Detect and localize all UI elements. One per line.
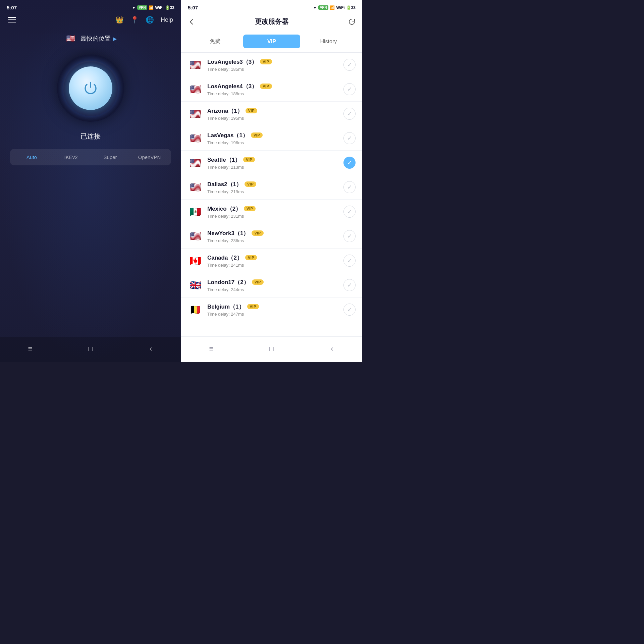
server-name: LosAngeles4（3） <box>207 83 257 90</box>
tab-vip[interactable]: VIP <box>243 35 300 48</box>
server-name-row: Dallas2（1） VIP <box>207 180 343 188</box>
server-flag: 🇧🇪 <box>188 302 203 317</box>
right-nav-menu-icon[interactable]: ≡ <box>205 342 218 356</box>
server-name-row: Seattle（1） VIP <box>207 156 343 164</box>
server-name-row: LosAngeles4（3） VIP <box>207 83 343 90</box>
select-icon[interactable]: ✓ <box>343 108 356 120</box>
server-item[interactable]: 🇺🇸 NewYork3（1） VIP Time delay: 236ms ✓ <box>181 224 362 249</box>
power-symbol-icon <box>82 80 99 97</box>
server-item[interactable]: 🇬🇧 London17（2） VIP Time delay: 244ms ✓ <box>181 273 362 298</box>
left-status-icons: ▼ VPN 📶 WiFi 🔋33 <box>132 5 174 10</box>
power-button[interactable] <box>69 66 112 110</box>
server-item[interactable]: 🇺🇸 LosAngeles3（3） VIP Time delay: 185ms … <box>181 53 362 77</box>
tab-openvpn[interactable]: OpenVPN <box>130 151 169 163</box>
select-icon[interactable]: ✓ <box>343 304 356 316</box>
right-time: 5:07 <box>188 5 198 10</box>
server-flag: 🇺🇸 <box>188 229 203 244</box>
left-topbar: 👑 📍 🌐 Help <box>0 13 181 29</box>
server-item[interactable]: 🇨🇦 Canada（2） VIP Time delay: 241ms ✓ <box>181 249 362 273</box>
right-nav-back-icon[interactable]: ‹ <box>325 342 339 356</box>
select-icon[interactable]: ✓ <box>343 83 356 95</box>
right-wifi-icon: WiFi <box>336 5 344 10</box>
server-info: LosAngeles3（3） VIP Time delay: 185ms <box>207 58 343 72</box>
select-icon[interactable]: ✓ <box>343 206 356 218</box>
location-row[interactable]: 🇺🇸 最快的位置 ▶ <box>0 33 181 45</box>
server-name-row: London17（2） VIP <box>207 278 343 286</box>
vip-badge: VIP <box>252 230 263 236</box>
tab-history[interactable]: History <box>300 35 357 48</box>
left-vpn-badge: VPN <box>137 5 148 10</box>
tab-super[interactable]: Super <box>91 151 130 163</box>
server-item[interactable]: 🇺🇸 Dallas2（1） VIP Time delay: 219ms ✓ <box>181 175 362 200</box>
select-icon[interactable]: ✓ <box>343 279 356 291</box>
select-icon[interactable]: ✓ <box>343 230 356 242</box>
server-info: NewYork3（1） VIP Time delay: 236ms <box>207 229 343 243</box>
server-name: Seattle（1） <box>207 156 240 164</box>
refresh-button[interactable] <box>343 18 356 25</box>
server-flag: 🇨🇦 <box>188 253 203 268</box>
select-icon[interactable]: ✓ <box>343 181 356 193</box>
server-flag: 🇺🇸 <box>188 180 203 195</box>
vip-badge: VIP <box>260 59 272 64</box>
select-icon[interactable]: ✓ <box>343 255 356 267</box>
server-delay: Time delay: 185ms <box>207 67 343 72</box>
vip-badge: VIP <box>252 279 264 285</box>
server-info: LosAngeles4（3） VIP Time delay: 188ms <box>207 83 343 96</box>
server-name-row: LasVegas（1） VIP <box>207 131 343 139</box>
server-item[interactable]: 🇧🇪 Belgium（1） VIP Time delay: 247ms ✓ <box>181 298 362 322</box>
right-status-icons: ▼ VPN 📶 WiFi 🔋33 <box>313 5 356 10</box>
select-icon[interactable]: ✓ <box>343 132 356 144</box>
left-nav-home-icon[interactable]: □ <box>84 342 97 356</box>
location-pin-icon[interactable]: 📍 <box>130 16 139 24</box>
right-download-icon: ▼ <box>313 5 317 10</box>
vip-badge: VIP <box>243 157 255 162</box>
location-text: 最快的位置 ▶ <box>80 35 117 43</box>
vip-badge: VIP <box>245 181 256 187</box>
server-info: Seattle（1） VIP Time delay: 213ms <box>207 156 343 170</box>
server-item[interactable]: 🇺🇸 LosAngeles4（3） VIP Time delay: 188ms … <box>181 77 362 102</box>
right-vpn-badge: VPN <box>318 5 329 10</box>
vip-badge: VIP <box>245 255 257 260</box>
tab-ikev2[interactable]: IKEv2 <box>51 151 91 163</box>
server-name: London17（2） <box>207 278 249 286</box>
right-nav-home-icon[interactable]: □ <box>265 342 278 356</box>
right-topbar: 更改服务器 <box>181 13 362 31</box>
tab-auto[interactable]: Auto <box>12 151 51 163</box>
tab-free[interactable]: 免费 <box>186 35 243 48</box>
server-name-row: Arizona（1） VIP <box>207 107 343 115</box>
back-button[interactable] <box>188 18 200 25</box>
globe-icon[interactable]: 🌐 <box>146 16 154 24</box>
crown-icon[interactable]: 👑 <box>115 16 124 24</box>
server-list: 🇺🇸 LosAngeles3（3） VIP Time delay: 185ms … <box>181 53 362 336</box>
left-nav-back-icon[interactable]: ‹ <box>144 342 158 356</box>
server-delay: Time delay: 241ms <box>207 263 343 268</box>
server-flag: 🇺🇸 <box>188 131 203 146</box>
server-delay: Time delay: 196ms <box>207 140 343 145</box>
hamburger-menu-icon[interactable] <box>8 17 16 22</box>
left-bottom-nav: ≡ □ ‹ <box>0 337 181 362</box>
power-outer-ring <box>57 55 124 122</box>
topbar-icons: 👑 📍 🌐 Help <box>115 16 173 24</box>
server-name-row: LosAngeles3（3） VIP <box>207 58 343 66</box>
right-battery-icon: 🔋33 <box>346 5 356 10</box>
server-item[interactable]: 🇺🇸 LasVegas（1） VIP Time delay: 196ms ✓ <box>181 126 362 151</box>
right-panel-title: 更改服务器 <box>200 17 343 26</box>
server-info: Mexico（2） VIP Time delay: 231ms <box>207 205 343 219</box>
help-button[interactable]: Help <box>161 16 173 23</box>
server-info: London17（2） VIP Time delay: 244ms <box>207 278 343 292</box>
server-flag: 🇺🇸 <box>188 57 203 72</box>
vip-badge: VIP <box>246 108 257 113</box>
server-delay: Time delay: 213ms <box>207 165 343 170</box>
tab-switcher: 免费 VIP History <box>181 31 362 53</box>
select-icon[interactable]: ✓ <box>343 157 356 169</box>
server-name: LosAngeles3（3） <box>207 58 257 66</box>
server-item[interactable]: 🇲🇽 Mexico（2） VIP Time delay: 231ms ✓ <box>181 200 362 224</box>
server-delay: Time delay: 195ms <box>207 116 343 121</box>
connected-label: 已连接 <box>0 132 181 141</box>
vip-badge: VIP <box>251 132 263 138</box>
left-nav-menu-icon[interactable]: ≡ <box>23 342 37 356</box>
server-item[interactable]: 🇺🇸 Arizona（1） VIP Time delay: 195ms ✓ <box>181 102 362 126</box>
select-icon[interactable]: ✓ <box>343 59 356 71</box>
server-item[interactable]: 🇺🇸 Seattle（1） VIP Time delay: 213ms ✓ <box>181 151 362 175</box>
left-signal-icon: 📶 <box>149 5 154 10</box>
